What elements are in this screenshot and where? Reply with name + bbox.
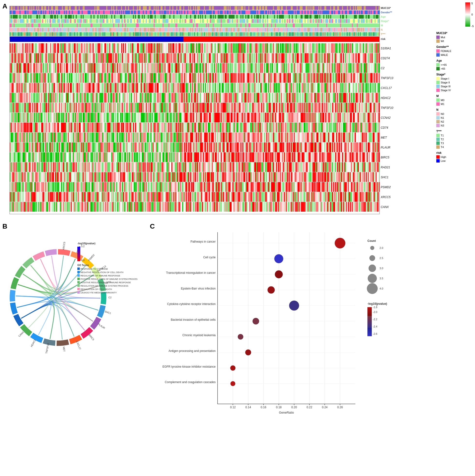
gender-female-label: FEMALE	[441, 50, 451, 52]
n1-label: N1	[441, 116, 444, 119]
n2-color	[436, 120, 440, 123]
scale-high: 5	[471, 2, 473, 5]
gender-male-color	[436, 53, 440, 57]
stage4-label: Stage IV	[441, 89, 451, 92]
scale-mid: 0	[471, 13, 473, 16]
muc16-mut-label: Mut	[441, 36, 445, 39]
muc16-wt-label: Wt	[441, 40, 444, 43]
age-le65-label: <=65	[441, 63, 447, 66]
stage-legend: Stage* Stage I Stage II Stage III Stage …	[436, 73, 475, 92]
age-legend: Age <=65 >65	[436, 59, 475, 70]
risk-low-label: Low	[441, 159, 445, 162]
muc16-mut-color	[436, 35, 440, 39]
muc16-wt-color	[436, 39, 440, 43]
m0-label: M0	[441, 99, 444, 102]
heatmap-canvas	[2, 2, 433, 215]
t1-label: T1	[441, 134, 444, 137]
n-legend: N N0 N1 N2 N3	[436, 108, 475, 127]
t-legend: T*** T1 T2 T3 T4	[436, 130, 475, 149]
age-legend-title: Age	[436, 59, 475, 62]
m1-color	[436, 102, 440, 106]
age-gt65-color	[436, 67, 440, 70]
muc16-legend: MUC16* Mut Wt	[436, 32, 475, 43]
stage2-label: Stage II	[441, 81, 450, 84]
stage1-color	[436, 77, 440, 80]
gender-male-label: MALE	[441, 53, 448, 56]
muc16-legend-title: MUC16*	[436, 32, 475, 35]
stage3-label: Stage III	[441, 85, 451, 88]
t2-color	[436, 138, 440, 141]
t-legend-title: T***	[436, 130, 475, 133]
age-le65-color	[436, 63, 440, 67]
n2-label: N2	[441, 120, 444, 123]
stage1-label: Stage I	[441, 77, 449, 80]
n0-label: N0	[441, 112, 444, 115]
n3-color	[436, 124, 440, 127]
stage4-color	[436, 88, 440, 92]
risk-low-color	[436, 159, 440, 163]
n1-color	[436, 116, 440, 119]
n-legend-title: N	[436, 108, 475, 112]
t1-color	[436, 134, 440, 137]
risk-high-color	[436, 155, 440, 159]
age-gt65-label: >65	[441, 67, 445, 70]
stage3-color	[436, 85, 440, 88]
gender-legend: Gender** FEMALE MALE	[436, 45, 475, 57]
n0-color	[436, 112, 440, 116]
gender-legend-title: Gender**	[436, 45, 475, 49]
m1-label: M1	[441, 102, 444, 105]
color-scale-bar: 5 0 -5	[465, 2, 470, 27]
t2-label: T2	[441, 138, 444, 141]
risk-legend: risk High Low	[436, 151, 475, 163]
risk-legend-title: risk	[436, 151, 475, 154]
legend-panel: 5 0 -5 MUC16* Mut Wt Gender** FEMALE	[436, 2, 475, 165]
m-legend-title: M	[436, 94, 475, 98]
n3-label: N3	[441, 124, 444, 127]
t3-label: T3	[441, 142, 444, 145]
scale-low: -5	[471, 25, 474, 28]
m-legend: M M0 M1	[436, 94, 475, 106]
m0-color	[436, 99, 440, 102]
chord-canvas	[2, 227, 138, 469]
gender-female-color	[436, 49, 440, 53]
stage-legend-title: Stage*	[436, 73, 475, 76]
t4-color	[436, 145, 440, 149]
t4-label: T4	[441, 146, 444, 149]
stage2-color	[436, 81, 440, 84]
t3-color	[436, 141, 440, 145]
risk-high-label: High	[441, 155, 446, 158]
dotplot-canvas	[150, 222, 467, 469]
chord-panel	[2, 222, 143, 469]
